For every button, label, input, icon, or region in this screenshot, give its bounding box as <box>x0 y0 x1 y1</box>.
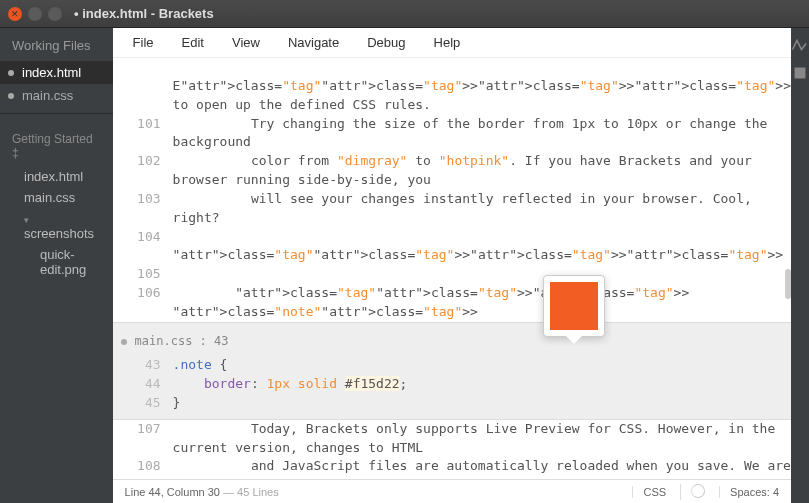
language-mode[interactable]: CSS <box>632 486 666 498</box>
line-number: 43 <box>121 356 173 375</box>
inspect-icon[interactable] <box>680 484 705 500</box>
color-picker-popup[interactable] <box>543 275 605 337</box>
working-file-main-css[interactable]: main.css <box>0 84 113 107</box>
code-line[interactable]: 102 color from "dimgray" to "hotpink". I… <box>121 152 791 190</box>
menu-navigate[interactable]: Navigate <box>276 31 351 54</box>
inline-code-line[interactable]: 44 border: 1px solid #f15d22; <box>121 375 791 394</box>
code-line[interactable]: 107 Today, Brackets only supports Live P… <box>121 420 791 458</box>
code-line[interactable]: 101 Try changing the size of the border … <box>121 115 791 153</box>
code-line[interactable]: 103 will see your changes instantly refl… <box>121 190 791 228</box>
file-main-css[interactable]: main.css <box>0 187 113 208</box>
code-line[interactable]: 108 and JavaScript files are automatical… <box>121 457 791 479</box>
inline-css-editor[interactable]: main.css : 43 43.note {44 border: 1px so… <box>113 322 791 420</box>
line-number: 45 <box>121 394 173 413</box>
line-number: 101 <box>121 115 173 153</box>
menu-help[interactable]: Help <box>422 31 473 54</box>
window-title: • index.html - Brackets <box>74 6 214 21</box>
code-line[interactable]: 104 "attr">class="tag""attr">class="tag"… <box>121 228 791 266</box>
line-number: 107 <box>121 420 173 458</box>
close-icon[interactable]: ✕ <box>8 7 22 21</box>
file-label: index.html <box>22 65 81 80</box>
menu-edit[interactable]: Edit <box>170 31 216 54</box>
folder-screenshots[interactable]: screenshots <box>0 208 113 244</box>
code-editor[interactable]: E"attr">class="tag""attr">class="tag">>"… <box>113 58 791 479</box>
file-index-html[interactable]: index.html <box>0 166 113 187</box>
window-controls: ✕ <box>8 7 62 21</box>
maximize-icon[interactable] <box>48 7 62 21</box>
color-swatch[interactable] <box>550 282 598 330</box>
line-number: 105 <box>121 265 173 284</box>
extensions-icon[interactable] <box>791 66 809 80</box>
inline-code-line[interactable]: 43.note { <box>121 356 791 375</box>
code-line[interactable]: 105 <box>121 265 791 284</box>
line-number: 102 <box>121 152 173 190</box>
line-number: 44 <box>121 375 173 394</box>
file-label: main.css <box>22 88 73 103</box>
line-number: 108 <box>121 457 173 479</box>
project-label[interactable]: Getting Started ‡ <box>0 120 113 166</box>
main: FileEditViewNavigateDebugHelp E"attr">cl… <box>113 28 791 503</box>
inline-editor-header: main.css : 43 <box>113 329 791 356</box>
live-preview-icon[interactable] <box>791 38 809 52</box>
file-quick-edit-png[interactable]: quick-edit.png <box>0 244 113 280</box>
statusbar: Line 44, Column 30 — 45 Lines CSS Spaces… <box>113 479 791 503</box>
working-files-label: Working Files <box>0 28 113 61</box>
modified-dot-icon <box>8 93 14 99</box>
menu-file[interactable]: File <box>121 31 166 54</box>
indent-mode[interactable]: Spaces: 4 <box>719 486 779 498</box>
sidebar: Working Files index.htmlmain.css Getting… <box>0 28 113 503</box>
titlebar: ✕ • index.html - Brackets <box>0 0 809 28</box>
modified-dot-icon <box>121 339 127 345</box>
cursor-position: Line 44, Column 30 <box>125 486 220 498</box>
working-file-index-html[interactable]: index.html <box>0 61 113 84</box>
line-number: 106 <box>121 284 173 322</box>
minimize-icon[interactable] <box>28 7 42 21</box>
code-line[interactable]: E"attr">class="tag""attr">class="tag">>"… <box>121 58 791 115</box>
line-number: 103 <box>121 190 173 228</box>
inline-code-line[interactable]: 45} <box>121 394 791 413</box>
right-toolbar <box>791 28 809 503</box>
menu-view[interactable]: View <box>220 31 272 54</box>
scrollbar-thumb[interactable] <box>785 269 791 299</box>
svg-rect-0 <box>795 68 806 79</box>
menu-debug[interactable]: Debug <box>355 31 417 54</box>
line-count: — 45 Lines <box>223 486 279 498</box>
line-number: 104 <box>121 228 173 266</box>
menubar: FileEditViewNavigateDebugHelp <box>113 28 791 58</box>
modified-dot-icon <box>8 70 14 76</box>
code-line[interactable]: 106 "attr">class="tag""attr">class="tag"… <box>121 284 791 322</box>
line-number <box>121 58 173 115</box>
